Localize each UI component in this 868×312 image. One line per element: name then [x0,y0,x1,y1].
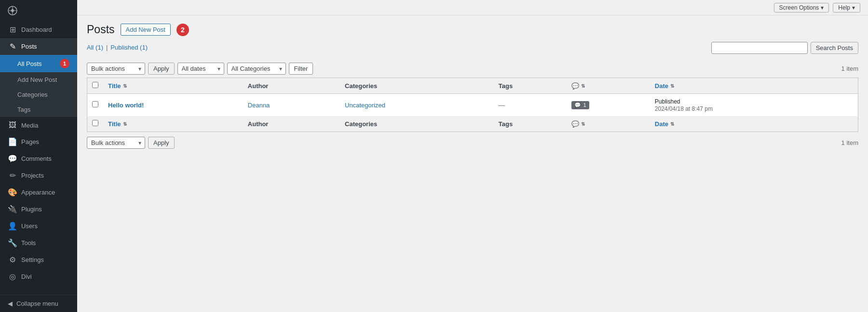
table-row: Hello world! Deanna Uncategorized — 💬 1 [87,94,858,117]
posts-icon: ✎ [8,42,17,51]
divi-icon: ◎ [8,272,17,281]
categories-column-label: Categories [345,82,377,90]
sidebar-item-label: Users [21,222,38,230]
sidebar-item-posts[interactable]: ✎ Posts [0,38,77,55]
sidebar-item-categories[interactable]: Categories [0,87,77,102]
all-posts-badge: 1 [60,59,69,68]
search-bar: Search Posts [711,42,858,54]
bulk-actions-top-select[interactable]: Bulk actions Edit Move to Trash [87,63,145,75]
author-column-label: Author [248,82,269,90]
apply-bottom-button[interactable]: Apply [148,137,175,149]
apply-top-label: Apply [153,65,169,72]
row-categories-cell: Uncategorized [340,94,494,117]
post-title-link[interactable]: Hello world! [108,102,144,109]
footer-comments-sort-link[interactable]: 💬 ⇅ [571,120,585,128]
date-filter-select[interactable]: All dates April 2024 [177,63,224,75]
footer-title-label: Title [108,120,121,128]
tags-column-label: Tags [499,82,513,90]
collapse-menu-button[interactable]: ◀ Collapse menu [0,295,77,312]
title-sort-arrows-icon: ⇅ [123,83,127,89]
sidebar-item-label: Dashboard [21,26,52,33]
filter-all-link[interactable]: All (1) [87,44,103,51]
table-header-row: Title ⇅ Author Categories Tags [87,78,858,94]
select-all-checkbox[interactable] [92,82,98,88]
filter-button[interactable]: Filter [289,63,313,75]
footer-date-sort-arrows-icon: ⇅ [670,121,674,127]
header-title: Title ⇅ [103,78,243,94]
author-link[interactable]: Deanna [248,102,270,109]
footer-author: Author [243,116,340,132]
tags-label: Tags [17,106,30,113]
comment-count: 1 [583,102,586,108]
sidebar-item-appearance[interactable]: 🎨 Appearance [0,184,77,201]
help-label: Help [838,4,850,11]
sidebar-item-comments[interactable]: 💬 Comments [0,150,77,167]
sidebar-item-projects[interactable]: ✏ Projects [0,167,77,184]
filter-label: Filter [294,65,308,72]
wordpress-icon [8,6,17,15]
projects-icon: ✏ [8,171,17,180]
item-count-bottom: 1 item [841,139,858,146]
row-author-cell: Deanna [243,94,340,117]
footer-title: Title ⇅ [103,116,243,132]
search-posts-button[interactable]: Search Posts [811,42,858,54]
sidebar-item-settings[interactable]: ⚙ Settings [0,251,77,268]
page-header: Posts Add New Post 2 [87,23,858,36]
header-author: Author [243,78,340,94]
category-filter-select[interactable]: All Categories Uncategorized [227,63,286,75]
sidebar-item-dashboard[interactable]: ⊞ Dashboard [0,21,77,38]
sidebar-item-add-new-post[interactable]: Add New Post [0,72,77,87]
sidebar-item-label: Tools [21,239,36,247]
post-status: Published [655,98,680,105]
toolbar-top: Bulk actions Edit Move to Trash Apply Al… [87,63,858,75]
sidebar-item-tags[interactable]: Tags [0,102,77,117]
comments-icon: 💬 [8,154,17,163]
row-checkbox[interactable] [92,101,98,107]
sidebar-item-tools[interactable]: 🔧 Tools [0,234,77,251]
users-icon: 👤 [8,221,17,231]
sidebar-item-pages[interactable]: 📄 Pages [0,133,77,150]
footer-title-sort-link[interactable]: Title ⇅ [108,120,127,128]
sidebar-item-all-posts[interactable]: All Posts 1 [0,55,77,72]
footer-author-label: Author [248,120,269,128]
categories-label: Categories [17,91,48,98]
bulk-actions-bottom-select[interactable]: Bulk actions Edit Move to Trash [87,137,145,149]
add-new-post-button[interactable]: Add New Post [121,24,171,36]
footer-title-sort-arrows-icon: ⇅ [123,121,127,127]
main-content: Screen Options ▾ Help ▾ Posts Add New Po… [77,0,868,312]
search-input[interactable] [711,42,808,54]
comment-bubble-icon: 💬 [574,102,581,108]
select-all-footer-checkbox[interactable] [92,120,98,126]
comments-sort-link[interactable]: 💬 ⇅ [571,82,585,90]
sidebar-item-label: Appearance [21,189,55,196]
sidebar-item-media[interactable]: 🖼 Media [0,117,77,133]
pages-icon: 📄 [8,137,17,146]
category-link[interactable]: Uncategorized [345,102,385,109]
toolbar-bottom: Bulk actions Edit Move to Trash Apply 1 … [87,137,858,149]
sidebar-item-divi[interactable]: ◎ Divi [0,268,77,285]
sidebar-item-plugins[interactable]: 🔌 Plugins [0,201,77,218]
help-button[interactable]: Help ▾ [833,3,860,13]
filter-published-link[interactable]: Published (1) [110,44,148,51]
footer-date-sort-link[interactable]: Date ⇅ [655,120,674,128]
comment-count-badge[interactable]: 💬 1 [571,101,589,109]
table-body: Hello world! Deanna Uncategorized — 💬 1 [87,94,858,117]
sidebar-item-label: Projects [21,172,44,179]
title-sort-link[interactable]: Title ⇅ [108,82,127,90]
footer-date: Date ⇅ [650,116,858,132]
apply-bottom-label: Apply [153,139,169,146]
table-header: Title ⇅ Author Categories Tags [87,78,858,94]
footer-comments: 💬 ⇅ [567,116,650,132]
apply-top-button[interactable]: Apply [148,63,175,75]
table-footer: Title ⇅ Author Categories Tags [87,116,858,132]
appearance-icon: 🎨 [8,188,17,197]
sidebar-item-label: Posts [21,43,37,50]
sidebar-item-users[interactable]: 👤 Users [0,218,77,234]
date-sort-link[interactable]: Date ⇅ [655,82,674,90]
subfilter-separator: | [106,44,108,51]
screen-options-button[interactable]: Screen Options ▾ [774,3,829,13]
sidebar-item-label: Comments [21,155,52,162]
collapse-menu-label: Collapse menu [16,300,58,307]
item-count-top: 1 item [841,65,858,72]
footer-date-label: Date [655,120,668,128]
